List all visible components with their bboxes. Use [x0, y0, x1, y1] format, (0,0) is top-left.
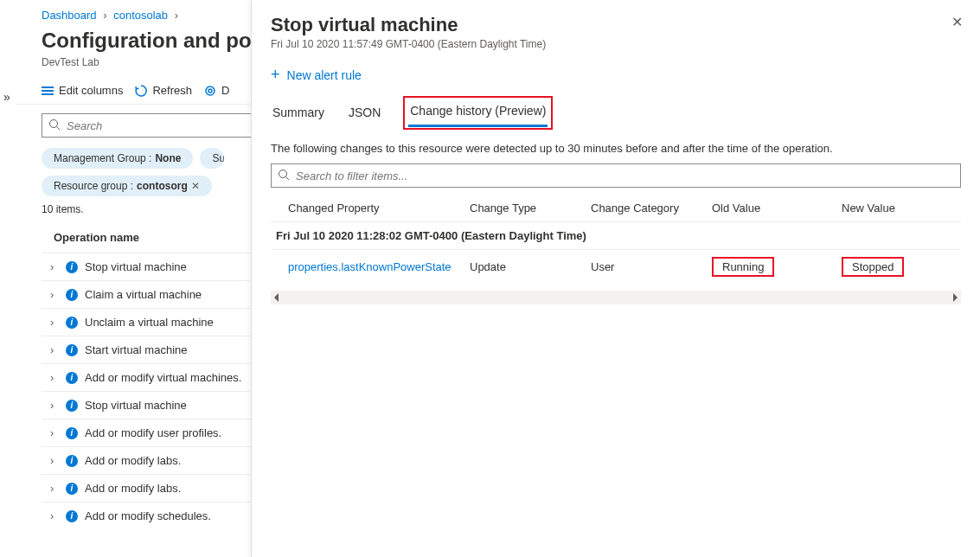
tab-summary[interactable]: Summary [271, 100, 326, 126]
close-icon[interactable]: ✕ [191, 180, 200, 192]
tab-change-history[interactable]: Change history (Preview) [408, 99, 548, 127]
header-changed-property: Changed Property [288, 202, 470, 214]
highlight-box: Change history (Preview) [403, 96, 553, 130]
new-alert-button[interactable]: + New alert rule [271, 66, 961, 84]
column-header-operation: Operation name [42, 226, 268, 253]
info-icon: i [66, 372, 78, 384]
filter-box [271, 163, 961, 188]
header-change-category: Change Category [591, 202, 712, 214]
horizontal-scrollbar[interactable] [271, 291, 961, 304]
operation-label: Add or modify virtual machines. [85, 371, 241, 384]
chevron-right-icon: › [50, 260, 59, 273]
columns-icon [42, 85, 54, 97]
chevron-right-icon: › [50, 509, 59, 522]
expand-right-icon[interactable]: » [3, 90, 10, 104]
toolbar: Edit columns Refresh D [16, 68, 268, 105]
group-row-timestamp: Fri Jul 10 2020 11:28:02 GMT-0400 (Easte… [271, 221, 961, 249]
operation-label: Add or modify labs. [85, 482, 181, 495]
search-box [42, 113, 268, 138]
breadcrumb-lab[interactable]: contosolab [113, 9, 168, 22]
info-icon: i [66, 455, 78, 467]
chevron-right-icon: › [50, 399, 59, 412]
filter-input[interactable] [271, 163, 961, 188]
operation-label: Add or modify labs. [85, 454, 181, 467]
cell-change-category: User [591, 260, 712, 273]
tabs: Summary JSON Change history (Preview) [271, 96, 961, 130]
page-title: Configuration and policies [16, 29, 268, 53]
list-item[interactable]: ›iAdd or modify user profiles. [42, 419, 268, 446]
svg-point-4 [208, 89, 212, 93]
page-subtitle: DevTest Lab [16, 56, 268, 68]
svg-rect-1 [42, 90, 54, 92]
new-alert-label: New alert rule [287, 68, 362, 82]
chevron-right-icon: › [50, 426, 59, 439]
filter-rg-value: contosorg [137, 180, 188, 192]
operation-label: Stop virtual machine [85, 260, 187, 273]
info-icon: i [66, 289, 78, 301]
chevron-right-icon: › [50, 288, 59, 301]
list-item[interactable]: ›iUnclaim a virtual machine [42, 308, 268, 336]
search-icon [278, 169, 290, 181]
svg-point-5 [50, 120, 58, 128]
edit-columns-label: Edit columns [59, 84, 123, 97]
filter-mg-value: None [155, 152, 181, 164]
refresh-button[interactable]: Refresh [135, 84, 192, 97]
table-row[interactable]: properties.lastKnownPowerState Update Us… [271, 249, 961, 284]
header-new-value: New Value [842, 202, 961, 214]
items-count: 10 items. [42, 203, 268, 215]
chevron-right-icon: › [50, 482, 59, 495]
list-item[interactable]: ›iAdd or modify schedules. [42, 502, 268, 529]
cell-new-value: Stopped [842, 257, 904, 277]
filter-resource-group[interactable]: Resource group : contosorg ✕ [42, 176, 212, 196]
detail-panel: ✕ Stop virtual machine Fri Jul 10 2020 1… [251, 0, 980, 557]
tab-json[interactable]: JSON [347, 100, 382, 126]
breadcrumb-dashboard[interactable]: Dashboard [42, 9, 97, 22]
chevron-right-icon: › [50, 454, 59, 467]
toolbar-third-label: D [221, 84, 229, 97]
operation-label: Unclaim a virtual machine [85, 316, 214, 329]
chevron-right-icon: › [103, 9, 106, 22]
edit-columns-button[interactable]: Edit columns [42, 84, 123, 97]
svg-point-7 [279, 170, 287, 178]
info-icon: i [66, 261, 78, 273]
search-input[interactable] [42, 113, 258, 138]
list-item[interactable]: ›iStop virtual machine [42, 253, 268, 280]
panel-description: The following changes to this resource w… [271, 142, 961, 155]
filter-rg-label: Resource group : [54, 180, 133, 192]
operation-label: Start virtual machine [85, 343, 188, 356]
list-item[interactable]: ›iAdd or modify virtual machines. [42, 363, 268, 391]
list-item[interactable]: ›iStart virtual machine [42, 336, 268, 363]
svg-rect-2 [42, 93, 54, 95]
filter-management-group[interactable]: Management Group : None [42, 148, 193, 169]
info-icon: i [66, 510, 78, 522]
chevron-right-icon: › [175, 9, 178, 22]
operation-label: Stop virtual machine [85, 399, 187, 412]
operation-list: ›iStop virtual machine ›iClaim a virtual… [42, 253, 268, 529]
close-button[interactable]: ✕ [951, 14, 963, 30]
filter-subscription[interactable]: Su [200, 148, 224, 169]
list-item[interactable]: ›iStop virtual machine [42, 391, 268, 419]
cell-change-type: Update [470, 260, 591, 273]
panel-timestamp: Fri Jul 10 2020 11:57:49 GMT-0400 (Easte… [271, 38, 961, 50]
info-icon: i [66, 344, 78, 356]
chevron-right-icon: › [50, 316, 59, 329]
grid-header: Changed Property Change Type Change Cate… [271, 196, 961, 221]
svg-rect-0 [42, 86, 54, 88]
list-item[interactable]: ›iAdd or modify labs. [42, 474, 268, 502]
panel-title: Stop virtual machine [271, 14, 961, 36]
header-change-type: Change Type [470, 202, 591, 214]
chevron-right-icon: › [50, 343, 59, 356]
list-item[interactable]: ›iClaim a virtual machine [42, 280, 268, 308]
breadcrumb: Dashboard › contosolab › [16, 0, 268, 27]
toolbar-third-button[interactable]: D [204, 84, 229, 97]
info-icon: i [66, 317, 78, 329]
header-old-value: Old Value [712, 202, 842, 214]
svg-line-8 [286, 177, 290, 181]
info-icon: i [66, 483, 78, 495]
list-item[interactable]: ›iAdd or modify labs. [42, 446, 268, 474]
chevron-right-icon: › [50, 371, 59, 384]
changed-property-link[interactable]: properties.lastKnownPowerState [288, 260, 452, 273]
cell-old-value: Running [712, 257, 774, 277]
filter-sub-label: Su [212, 152, 224, 164]
refresh-label: Refresh [152, 84, 192, 97]
